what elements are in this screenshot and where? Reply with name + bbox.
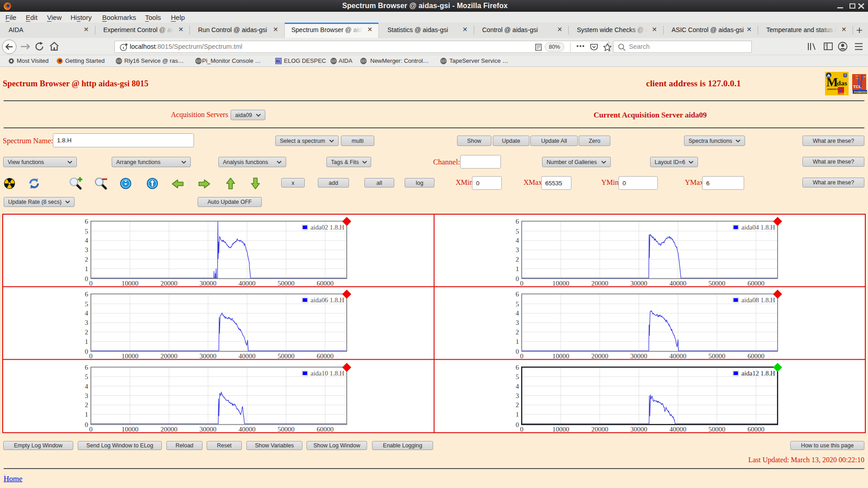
svg-text:0: 0 bbox=[515, 348, 519, 355]
svg-text:0: 0 bbox=[520, 352, 524, 360]
svg-text:10000: 10000 bbox=[121, 280, 138, 287]
svg-text:10000: 10000 bbox=[552, 280, 569, 287]
svg-text:3: 3 bbox=[85, 246, 88, 253]
svg-text:40000: 40000 bbox=[669, 426, 686, 433]
svg-text:40000: 40000 bbox=[669, 352, 686, 360]
svg-text:60000: 60000 bbox=[747, 426, 764, 433]
svg-text:3: 3 bbox=[515, 246, 519, 253]
svg-text:20000: 20000 bbox=[591, 352, 608, 360]
svg-text:1: 1 bbox=[515, 265, 519, 272]
svg-text:0: 0 bbox=[520, 280, 524, 287]
svg-text:0: 0 bbox=[85, 348, 88, 355]
svg-text:10000: 10000 bbox=[552, 352, 569, 360]
svg-text:aida10 1.8.H: aida10 1.8.H bbox=[311, 370, 344, 377]
svg-text:6: 6 bbox=[85, 291, 88, 298]
svg-text:40000: 40000 bbox=[669, 280, 686, 287]
svg-text:5: 5 bbox=[515, 373, 519, 380]
svg-text:0: 0 bbox=[515, 421, 519, 428]
svg-text:2: 2 bbox=[85, 256, 88, 263]
svg-text:0: 0 bbox=[85, 275, 88, 282]
svg-text:1: 1 bbox=[515, 338, 519, 345]
svg-text:POWERED: POWERED bbox=[839, 93, 846, 94]
svg-text:6: 6 bbox=[515, 291, 519, 298]
svg-text:20000: 20000 bbox=[591, 426, 608, 433]
svg-text:40000: 40000 bbox=[238, 352, 255, 360]
svg-text:6: 6 bbox=[85, 364, 88, 371]
svg-text:0: 0 bbox=[515, 275, 519, 282]
svg-text:2: 2 bbox=[515, 256, 519, 263]
svg-text:5: 5 bbox=[85, 373, 88, 380]
svg-text:6: 6 bbox=[515, 364, 519, 371]
svg-text:powered by: powered by bbox=[827, 88, 839, 90]
svg-text:0: 0 bbox=[89, 352, 93, 360]
svg-text:5: 5 bbox=[85, 228, 88, 235]
svg-text:3: 3 bbox=[515, 319, 519, 326]
svg-text:4: 4 bbox=[85, 383, 88, 390]
svg-text:3: 3 bbox=[515, 392, 519, 399]
svg-text:5: 5 bbox=[85, 300, 88, 308]
svg-text:50000: 50000 bbox=[708, 426, 726, 433]
svg-text:aida08 1.8.H: aida08 1.8.H bbox=[741, 296, 775, 304]
svg-text:50000: 50000 bbox=[708, 352, 726, 360]
svg-text:10000: 10000 bbox=[121, 352, 138, 360]
svg-text:20000: 20000 bbox=[160, 426, 177, 433]
svg-text:30000: 30000 bbox=[630, 426, 647, 433]
svg-text:0: 0 bbox=[89, 280, 93, 287]
svg-text:1: 1 bbox=[85, 338, 88, 345]
svg-text:POWERED: POWERED bbox=[854, 91, 868, 94]
svg-text:TCL: TCL bbox=[853, 84, 862, 89]
svg-text:4: 4 bbox=[85, 237, 88, 244]
svg-text:50000: 50000 bbox=[278, 280, 295, 287]
svg-text:20000: 20000 bbox=[160, 352, 177, 360]
svg-text:aida12 1.8.H: aida12 1.8.H bbox=[741, 370, 775, 377]
svg-text:30000: 30000 bbox=[199, 426, 217, 433]
svg-text:0: 0 bbox=[520, 426, 524, 433]
svg-text:1: 1 bbox=[85, 411, 88, 418]
svg-text:60000: 60000 bbox=[316, 426, 334, 433]
svg-text:20000: 20000 bbox=[160, 280, 177, 287]
svg-text:60000: 60000 bbox=[316, 352, 334, 360]
svg-text:10000: 10000 bbox=[121, 426, 138, 433]
svg-text:2: 2 bbox=[85, 328, 88, 336]
svg-text:aida02 1.8.H: aida02 1.8.H bbox=[311, 224, 344, 231]
svg-text:aida06 1.8.H: aida06 1.8.H bbox=[311, 296, 344, 304]
svg-text:20000: 20000 bbox=[591, 280, 608, 287]
svg-text:30000: 30000 bbox=[630, 280, 647, 287]
svg-text:50000: 50000 bbox=[708, 280, 726, 287]
svg-text:4: 4 bbox=[515, 383, 519, 390]
svg-text:30000: 30000 bbox=[199, 352, 217, 360]
svg-text:3: 3 bbox=[85, 319, 88, 326]
svg-text:2: 2 bbox=[515, 401, 519, 408]
svg-text:1: 1 bbox=[85, 265, 88, 272]
svg-text:30000: 30000 bbox=[630, 352, 647, 360]
svg-text:aida04 1.8.H: aida04 1.8.H bbox=[741, 224, 775, 231]
svg-text:2: 2 bbox=[515, 328, 519, 336]
svg-text:10000: 10000 bbox=[552, 426, 569, 433]
svg-text:30000: 30000 bbox=[199, 280, 217, 287]
svg-text:40000: 40000 bbox=[238, 280, 255, 287]
svg-text:idas: idas bbox=[835, 79, 847, 87]
svg-text:5: 5 bbox=[515, 228, 519, 235]
svg-text:2: 2 bbox=[85, 401, 88, 408]
svg-text:60000: 60000 bbox=[747, 280, 764, 287]
svg-text:50000: 50000 bbox=[278, 426, 295, 433]
svg-text:40000: 40000 bbox=[238, 426, 255, 433]
svg-text:4: 4 bbox=[515, 310, 519, 317]
svg-text:5: 5 bbox=[515, 300, 519, 308]
svg-text:60000: 60000 bbox=[316, 280, 334, 287]
svg-text:1: 1 bbox=[515, 411, 519, 418]
svg-text:3: 3 bbox=[85, 392, 88, 399]
svg-text:4: 4 bbox=[85, 310, 88, 317]
svg-text:0: 0 bbox=[85, 421, 88, 428]
svg-text:60000: 60000 bbox=[747, 352, 764, 360]
svg-text:6: 6 bbox=[85, 218, 88, 225]
svg-text:50000: 50000 bbox=[278, 352, 295, 360]
svg-text:4: 4 bbox=[515, 237, 519, 244]
svg-text:6: 6 bbox=[515, 218, 519, 225]
svg-text:0: 0 bbox=[89, 426, 93, 433]
